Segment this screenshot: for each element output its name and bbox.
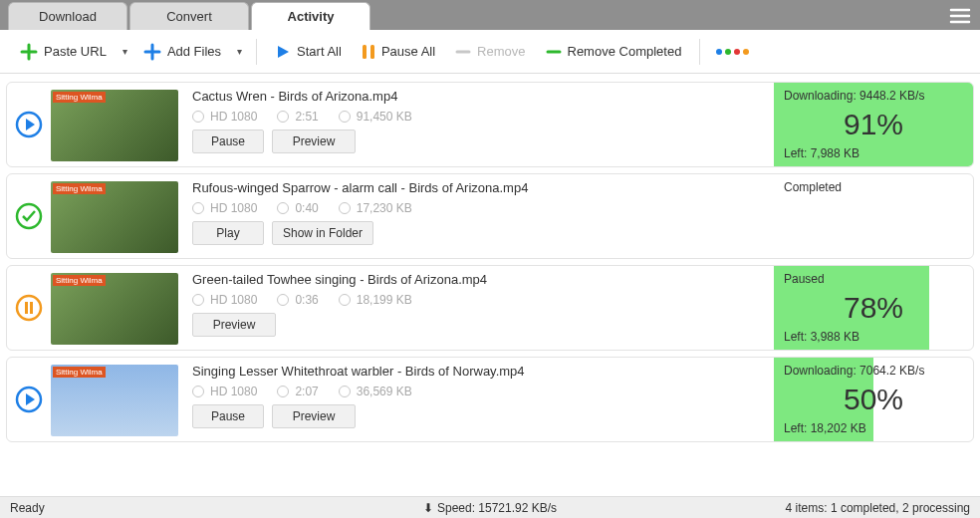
item-status-panel: Paused78%Left: 3,988 KB (774, 266, 973, 350)
item-thumbnail[interactable]: Sitting Wilma (51, 181, 178, 253)
paste-url-button[interactable]: Paste URL (12, 39, 115, 65)
thumb-tag: Sitting Wilma (53, 275, 106, 286)
footer-summary: 4 items: 1 completed, 2 processing (786, 501, 970, 515)
remove-label: Remove (477, 44, 525, 59)
dot-icon (734, 49, 740, 55)
pause-icon (362, 44, 375, 60)
dot-icon (725, 49, 731, 55)
toolbar-separator (699, 39, 700, 65)
toolbar-separator (256, 39, 257, 65)
minus-icon (546, 44, 562, 60)
status-percent: 50% (784, 383, 963, 416)
item-title: Singing Lesser Whitethroat warbler - Bir… (192, 364, 766, 379)
dot-icon (716, 49, 722, 55)
item-thumbnail[interactable]: Sitting Wilma (51, 365, 178, 436)
meta-size: 18,199 KB (339, 293, 412, 307)
item-title: Rufous-winged Sparrow - alarm call - Bir… (192, 180, 766, 195)
download-item: Sitting Wilma Rufous-winged Sparrow - al… (6, 173, 974, 259)
meta-duration: 0:36 (277, 293, 318, 307)
tab-activity[interactable]: Activity (251, 2, 370, 30)
meta-hd: HD 1080 (192, 293, 257, 307)
status-percent: 91% (784, 108, 963, 141)
status-top: Downloading: 7064.2 KB/s (784, 364, 963, 378)
download-item: Sitting Wilma Singing Lesser Whitethroat… (6, 357, 974, 442)
add-files-dropdown[interactable]: ▾ (233, 46, 246, 57)
item-action-1[interactable]: Pause (192, 130, 264, 153)
pause-all-button[interactable]: Pause All (354, 40, 443, 64)
footer-speed: Speed: 15721.92 KB/s (437, 501, 557, 515)
item-status-icon[interactable] (7, 358, 51, 441)
tab-download[interactable]: Download (8, 2, 127, 30)
add-files-label: Add Files (167, 44, 221, 59)
remove-completed-button[interactable]: Remove Completed (538, 40, 690, 64)
meta-hd: HD 1080 (192, 385, 257, 398)
meta-duration: 2:51 (277, 110, 318, 124)
meta-hd: HD 1080 (192, 110, 257, 124)
status-bottom: Left: 3,988 KB (784, 330, 963, 344)
plus-icon (20, 43, 38, 61)
play-icon (275, 44, 291, 60)
hamburger-menu[interactable] (948, 4, 972, 31)
item-thumbnail[interactable]: Sitting Wilma (51, 273, 178, 345)
svg-rect-6 (30, 302, 33, 314)
paste-url-label: Paste URL (44, 44, 107, 59)
dot-icon (743, 49, 749, 55)
start-all-button[interactable]: Start All (267, 40, 350, 64)
minus-icon (455, 44, 471, 60)
thumb-tag: Sitting Wilma (53, 92, 106, 103)
item-status-icon[interactable] (7, 83, 51, 166)
status-percent: 78% (784, 291, 963, 325)
item-thumbnail[interactable]: Sitting Wilma (51, 90, 178, 161)
more-button[interactable] (710, 45, 755, 59)
meta-size: 36,569 KB (339, 385, 412, 398)
thumb-tag: Sitting Wilma (53, 367, 106, 378)
meta-duration: 0:40 (277, 201, 318, 215)
item-title: Green-tailed Towhee singing - Birds of A… (192, 272, 766, 287)
status-bottom: Left: 18,202 KB (784, 421, 963, 435)
meta-size: 91,450 KB (339, 110, 412, 124)
svg-rect-5 (25, 302, 28, 314)
plus-icon (143, 43, 161, 61)
item-action-1[interactable]: Play (192, 221, 264, 245)
thumb-tag: Sitting Wilma (53, 183, 106, 194)
meta-size: 17,230 KB (339, 201, 412, 215)
item-action-2[interactable]: Preview (272, 130, 356, 153)
svg-rect-0 (363, 45, 367, 59)
item-action-1[interactable]: Pause (192, 404, 264, 428)
footer-status: Ready (10, 501, 45, 515)
start-all-label: Start All (297, 44, 342, 59)
status-top: Completed (784, 180, 963, 194)
status-top: Downloading: 9448.2 KB/s (784, 89, 963, 103)
status-bottom: Left: 7,988 KB (784, 146, 963, 160)
item-status-icon[interactable] (7, 266, 51, 350)
item-action-2[interactable]: Preview (192, 313, 276, 337)
svg-point-4 (17, 296, 41, 320)
item-status-panel: Downloading: 9448.2 KB/s91%Left: 7,988 K… (774, 83, 973, 166)
meta-hd: HD 1080 (192, 201, 257, 215)
paste-url-dropdown[interactable]: ▾ (119, 46, 131, 57)
item-status-icon[interactable] (7, 174, 51, 258)
item-title: Cactus Wren - Birds of Arizona.mp4 (192, 89, 766, 104)
item-action-2[interactable]: Show in Folder (272, 221, 373, 245)
tab-convert[interactable]: Convert (129, 2, 249, 30)
item-status-panel: Completed (774, 174, 973, 258)
item-action-2[interactable]: Preview (272, 404, 356, 428)
remove-completed-label: Remove Completed (568, 44, 682, 59)
download-item: Sitting Wilma Cactus Wren - Birds of Ari… (6, 82, 974, 167)
menu-icon (948, 4, 972, 28)
item-status-panel: Downloading: 7064.2 KB/s50%Left: 18,202 … (774, 358, 973, 441)
svg-rect-1 (370, 45, 374, 59)
download-item: Sitting Wilma Green-tailed Towhee singin… (6, 265, 974, 351)
status-top: Paused (784, 272, 963, 286)
down-icon: ⬇ (423, 501, 433, 515)
pause-all-label: Pause All (381, 44, 435, 59)
meta-duration: 2:07 (277, 385, 318, 398)
remove-button[interactable]: Remove (447, 40, 533, 64)
add-files-button[interactable]: Add Files (135, 39, 229, 65)
